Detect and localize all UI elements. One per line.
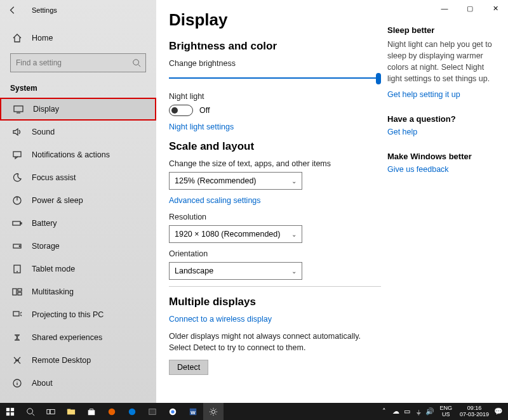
section-scale: Scale and layout	[169, 140, 381, 153]
sidebar-item-label: Notifications & actions	[32, 150, 110, 159]
sidebar-item-tablet-mode[interactable]: Tablet mode	[0, 258, 156, 280]
minimize-button[interactable]: —	[432, 0, 457, 16]
tray-onedrive-icon[interactable]: ☁	[390, 407, 401, 416]
sidebar-item-label: Remote Desktop	[32, 356, 91, 365]
scale-value: 125% (Recommended)	[175, 176, 257, 185]
aside-get-help-link[interactable]: Get help	[387, 128, 499, 136]
sidebar-item-label: Sound	[32, 128, 55, 136]
page-title: Display	[169, 10, 381, 30]
svg-rect-22	[67, 409, 70, 410]
svg-point-24	[109, 408, 116, 415]
resolution-select[interactable]: 1920 × 1080 (Recommended) ⌄	[169, 225, 302, 243]
sidebar: Settings Home System Display Sound Notif…	[0, 0, 156, 403]
detect-button[interactable]: Detect	[169, 360, 208, 375]
close-button[interactable]: ✕	[483, 0, 508, 16]
back-button[interactable]	[5, 3, 20, 18]
orientation-value: Landscape	[175, 266, 213, 275]
tray-chevron-up-icon[interactable]: ˄	[378, 407, 390, 416]
sidebar-item-shared-experiences[interactable]: Shared experiences	[0, 326, 156, 349]
sidebar-item-label: Projecting to this PC	[32, 310, 104, 319]
aside-panel: Sleep better Night light can help you ge…	[381, 8, 508, 403]
section-multiple-displays: Multiple displays	[169, 296, 381, 308]
tray-wifi-icon[interactable]: ⏚	[413, 408, 424, 416]
speaker-icon	[11, 127, 23, 137]
moon-icon	[11, 173, 23, 183]
storage-icon	[11, 241, 23, 251]
chevron-down-icon: ⌄	[291, 231, 297, 238]
taskbar-chrome-icon[interactable]	[163, 403, 183, 420]
sidebar-item-notifications[interactable]: Notifications & actions	[0, 143, 156, 166]
scale-select[interactable]: 125% (Recommended) ⌄	[169, 172, 302, 190]
power-icon	[11, 195, 23, 206]
system-tray[interactable]: ˄ ☁ ▭ ⏚ 🔊 ENGUS 09:1607-03-2019 💬	[378, 405, 508, 418]
aside-sleep-link[interactable]: Get help setting it up	[387, 90, 499, 99]
sidebar-item-multitasking[interactable]: Multitasking	[0, 280, 156, 303]
nightlight-state: Off	[199, 106, 210, 115]
svg-text:W: W	[190, 409, 196, 415]
tray-notifications-icon[interactable]: 💬	[493, 407, 504, 416]
brightness-slider[interactable]	[169, 72, 381, 86]
sidebar-item-projecting[interactable]: Projecting to this PC	[0, 303, 156, 326]
taskbar-taskview-icon[interactable]	[41, 403, 61, 420]
tray-volume-icon[interactable]: 🔊	[424, 407, 436, 416]
sidebar-item-label: Power & sleep	[32, 196, 83, 205]
info-icon	[11, 378, 23, 388]
svg-rect-9	[13, 289, 17, 295]
section-brightness: Brightness and color	[169, 40, 381, 53]
sidebar-item-display[interactable]: Display	[0, 98, 156, 121]
sidebar-item-storage[interactable]: Storage	[0, 235, 156, 258]
resolution-value: 1920 × 1080 (Recommended)	[175, 230, 280, 239]
home-icon	[11, 33, 23, 43]
taskbar-store-icon[interactable]	[81, 403, 102, 420]
share-icon	[11, 332, 23, 343]
tray-clock[interactable]: 09:1607-03-2019	[456, 405, 493, 418]
aside-sleep-text: Night light can help you get to sleep by…	[387, 39, 499, 85]
sidebar-item-label: Display	[33, 105, 59, 114]
sidebar-item-about[interactable]: About	[0, 372, 156, 395]
advanced-scaling-link[interactable]: Advanced scaling settings	[169, 196, 381, 205]
svg-rect-2	[13, 152, 21, 157]
start-button[interactable]	[0, 403, 20, 420]
wireless-display-link[interactable]: Connect to a wireless display	[169, 315, 381, 324]
sidebar-item-sound[interactable]: Sound	[0, 121, 156, 143]
svg-rect-19	[47, 409, 50, 414]
sidebar-item-label: About	[32, 379, 53, 388]
divider	[169, 286, 381, 287]
svg-rect-15	[11, 407, 14, 410]
svg-rect-16	[6, 412, 10, 415]
nightlight-toggle[interactable]	[169, 105, 193, 116]
brightness-label: Change brightness	[169, 59, 381, 68]
sidebar-item-remote-desktop[interactable]: Remote Desktop	[0, 349, 156, 372]
taskbar-word-icon[interactable]: W	[183, 403, 203, 420]
taskbar-settings-icon[interactable]	[203, 403, 224, 420]
remote-icon	[11, 355, 23, 365]
chevron-down-icon: ⌄	[291, 268, 297, 275]
svg-point-0	[133, 60, 139, 65]
taskbar-search-icon[interactable]	[20, 403, 41, 420]
svg-rect-4	[13, 221, 20, 225]
taskbar-edge-icon[interactable]	[122, 403, 142, 420]
svg-point-18	[27, 408, 33, 414]
svg-rect-5	[20, 223, 22, 224]
svg-rect-20	[50, 409, 55, 414]
sidebar-item-power-sleep[interactable]: Power & sleep	[0, 189, 156, 212]
svg-point-25	[129, 408, 136, 415]
aside-feedback-link[interactable]: Give us feedback	[387, 165, 499, 174]
tray-language[interactable]: ENGUS	[436, 405, 456, 418]
taskbar-firefox-icon[interactable]	[102, 403, 122, 420]
sidebar-item-focus-assist[interactable]: Focus assist	[0, 166, 156, 189]
taskbar: W ˄ ☁ ▭ ⏚ 🔊 ENGUS 09:1607-03-2019 💬	[0, 403, 508, 420]
main-content: Display Brightness and color Change brig…	[169, 8, 381, 403]
svg-rect-10	[18, 289, 22, 291]
nightlight-settings-link[interactable]: Night light settings	[169, 122, 381, 131]
message-icon	[11, 150, 23, 160]
sidebar-home[interactable]: Home	[0, 27, 156, 49]
taskbar-explorer-icon[interactable]	[61, 403, 81, 420]
maximize-button[interactable]: ▢	[457, 0, 483, 16]
taskbar-terminal-icon[interactable]	[142, 403, 163, 420]
sidebar-item-battery[interactable]: Battery	[0, 212, 156, 235]
svg-point-7	[19, 246, 20, 247]
tray-battery-icon[interactable]: ▭	[401, 407, 413, 416]
orientation-select[interactable]: Landscape ⌄	[169, 262, 302, 280]
search-input[interactable]	[10, 53, 146, 72]
